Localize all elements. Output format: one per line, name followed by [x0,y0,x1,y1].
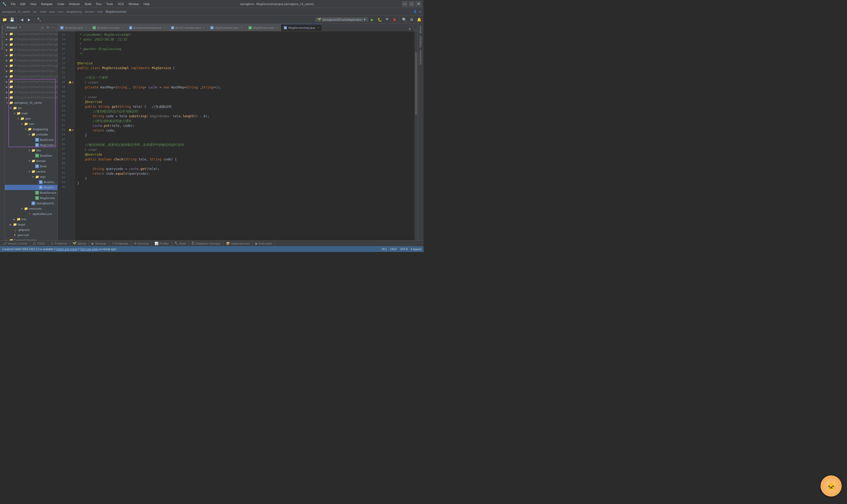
toolbar-build-button[interactable]: 🔨 [35,16,42,23]
tree-item[interactable]: ▼📁impl [5,174,57,179]
tree-item[interactable]: Yapplication.yml [5,211,57,217]
minimize-button[interactable]: — [402,1,408,7]
tree-item[interactable]: ▶📁test [5,217,57,222]
panel-locate-button[interactable]: ◎ [40,25,45,30]
maven-panel-button[interactable]: Maven [418,24,423,34]
charset[interactable]: UTF-8 [400,248,408,251]
tab-msgcontroller[interactable]: C MsgController.java ✕ [208,24,246,31]
editor-scrollbar[interactable] [415,31,418,240]
tabs-settings-button[interactable]: ⋯ [413,27,417,31]
editor-tabs[interactable]: C BookDao.java ✕ I BookService.java ✕ C … [58,24,418,31]
menu-code[interactable]: Code [55,2,67,6]
debug-button[interactable]: 🐛 [376,16,383,23]
bottom-tab-build[interactable]: 🔨 Build [172,240,189,247]
bottom-tab-todo[interactable]: ☑ TODO [30,240,48,247]
run-button[interactable]: ▶ [369,16,376,23]
settings-button[interactable]: ⚙ [408,16,415,23]
line-ending[interactable]: CRLF [390,248,397,251]
dont-ask-link[interactable]: Don't ask again [80,248,98,251]
tabs-overflow-button[interactable]: ▼ [407,27,412,31]
tab-close-msgcontroller[interactable]: ✕ [241,26,243,29]
tree-item[interactable]: ▶📁springboot_10_profiles D:\DingJiaxiong… [5,52,57,58]
tree-item[interactable]: ▶📁target [5,222,57,227]
tab-msgservice[interactable]: I MsgService.java ✕ [246,24,281,31]
database-panel-button[interactable]: Database [418,35,423,49]
editor-content[interactable]: * className: MsgServiceImpl * date: 2022… [75,31,415,240]
bottom-tab-version-control[interactable]: ⎇ Version Control [0,240,30,247]
panel-collapse-button[interactable]: — [51,25,55,30]
tree-item[interactable]: IBookDao [5,153,57,158]
editor-scrollbar-thumb[interactable] [415,52,417,115]
menu-view[interactable]: View [28,2,39,6]
tab-close-bookcontroller[interactable]: ✕ [203,26,205,29]
tree-item[interactable]: ▼📁java [5,116,57,121]
tree-item[interactable]: ▼📁dingjiaxiong [5,127,57,132]
cursor-position[interactable]: 39:1 [382,248,387,251]
menu-navigate[interactable]: Navigate [39,2,55,6]
bottom-tab-terminal[interactable]: ▶ Terminal [89,240,109,247]
tree-item[interactable]: ▶📁springboot_08_ssmp D:\DingJiaxiong\Ide… [5,42,57,47]
switch-restart-link[interactable]: Switch and restart [56,248,77,251]
menu-bar[interactable]: File Edit View Navigate Code Refactor Bu… [9,2,152,6]
close-button[interactable]: ✕ [416,1,421,7]
indent[interactable]: 4 spaces [411,248,421,251]
tree-item[interactable]: ▶📁springboot_15_sql D:\DingJiaxiong\Idea… [5,79,57,84]
tree-item[interactable]: ▼📁resources [5,206,57,211]
menu-vcs[interactable]: VCS [116,2,126,6]
bottom-tab-endpoints[interactable]: ↗ Endpoints [109,240,131,247]
tree-item[interactable]: ▶📁springboot_13_configuration D:\DingJia… [5,68,57,74]
menu-refactor[interactable]: Refactor [67,2,82,6]
menu-edit[interactable]: Edit [18,2,28,6]
menu-tools[interactable]: Tools [104,2,115,6]
tree-item[interactable]: Xpom.xml [5,232,57,238]
tree-item[interactable]: ▼📁com [5,121,57,127]
menu-build[interactable]: Build [83,2,93,6]
maximize-button[interactable]: □ [409,1,415,7]
tree-item[interactable]: ▼📁domain [5,158,57,164]
tree-item[interactable]: ▶📁springboot_09_config D:\DingJiaxiong\I… [5,47,57,52]
tab-bookserviceimpl[interactable]: C BookServiceImpl.java ✕ [127,24,168,31]
tree-item[interactable]: ▼📁controller [5,132,57,137]
tab-bookdao[interactable]: C BookDao.java ✕ [58,24,90,31]
bottom-tab-problems[interactable]: ⚠ Problems [48,240,70,247]
structure-label[interactable]: Structure [1,39,4,50]
menu-file[interactable]: File [9,2,18,6]
breadcrumb-project[interactable]: springboot_19_cache [2,10,30,13]
run-configuration[interactable]: 🌱 Springboot19CacheApplication ▼ [315,17,368,22]
tree-item[interactable]: ▶📁springboot_12_hot_deploy D:\DingJiaxio… [5,63,57,68]
tree-item[interactable]: ▶📁springboot_16_redis D:\DingJiaxiong\Id… [5,84,57,89]
tree-item[interactable]: IBookService [5,190,57,195]
toolbar-open-button[interactable]: 📁 [1,16,8,23]
tree-item[interactable]: ▼📁main [5,111,57,116]
tree-item[interactable]: ▶📁External Libraries [5,238,57,240]
tree-item[interactable]: IMsgService [5,195,57,201]
tab-bookcontroller[interactable]: C BookController.java ✕ [168,24,208,31]
toolbar-save-button[interactable]: 💾 [8,16,15,23]
tab-close-msgservice[interactable]: ✕ [276,26,278,29]
breadcrumb-java[interactable]: java [50,10,55,13]
breadcrumb-class[interactable]: MsgServiceImpl [106,10,126,13]
bookmarks-label[interactable]: Bookmarks [1,25,4,38]
tree-item[interactable]: ▶📁springboot_17_mongodb D:\DingJiaxiong\… [5,89,57,95]
tree-item[interactable]: CBookController [5,137,57,142]
tree-item[interactable]: ▼📁dao [5,148,57,153]
project-dropdown[interactable]: ▼ [19,26,21,29]
stop-button[interactable]: ⏹ [391,16,398,23]
search-everywhere-button[interactable]: 🔍 [401,16,408,23]
bottom-tab-auto-build[interactable]: ▶ Auto-build [253,240,275,247]
tab-msgserviceimpl[interactable]: C MsgServiceImpl.java ✕ [281,24,322,31]
tab-close-msgserviceimpl[interactable]: ✕ [317,26,319,29]
bottom-tab-dependencies[interactable]: 📦 Dependencies [223,240,253,247]
breadcrumb-main[interactable]: main [40,10,46,13]
tree-item[interactable]: CSpringboot19CacheApplication [5,201,57,206]
tree-item[interactable]: ▶📁springboot_18_es D:\DingJiaxiong\IdeaP… [5,95,57,100]
tree-item[interactable]: ▶📁springboot_06_mybatis_plus D:\DingJiax… [5,31,57,37]
project-tree[interactable]: ▶📁springboot_06_mybatis_plus D:\DingJiax… [5,31,57,240]
tree-item[interactable]: ▼📁springboot_19_cache [5,100,57,105]
window-controls[interactable]: — □ ✕ [402,1,421,7]
breadcrumb-com[interactable]: com [58,10,64,13]
breadcrumb-src[interactable]: src [33,10,37,13]
tab-close-bookdao[interactable]: ✕ [85,26,87,29]
bottom-tab-services[interactable]: ⚙ Services [131,240,152,247]
panel-settings-button[interactable]: ⚙ [45,25,50,30]
